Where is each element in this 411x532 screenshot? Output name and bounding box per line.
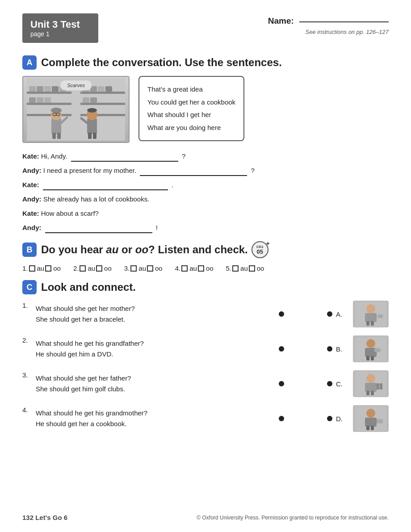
speaker-kate-3: Kate: bbox=[22, 209, 39, 217]
connect-num-2: 2. bbox=[22, 335, 32, 344]
section-b-header: B Do you hear au or oo? Listen and check… bbox=[22, 241, 389, 258]
andy-punct-1: ? bbox=[251, 167, 254, 174]
dot-right-4 bbox=[327, 416, 332, 421]
listen-checks: 1. au oo 2. au oo 3. au oo 4. au oo 5. a bbox=[22, 264, 389, 272]
svg-rect-53 bbox=[366, 391, 369, 395]
section-c: C Look and connect. 1. What should she g… bbox=[22, 280, 389, 432]
connect-num-4: 4. bbox=[22, 405, 32, 414]
connect-num-1: 1. bbox=[22, 301, 32, 309]
kate-punct-1: ? bbox=[182, 152, 185, 160]
name-label: Name: bbox=[268, 16, 294, 25]
check-num-2: 2. bbox=[73, 264, 79, 272]
conv-line-2: Andy: I need a present for my mother. ? bbox=[22, 165, 389, 176]
connect-text-2: What should he get his grandfather? He s… bbox=[36, 338, 275, 360]
svg-rect-42 bbox=[371, 321, 374, 326]
sentence-2: You could get her a cookbook bbox=[147, 96, 235, 109]
unit-page: page 1 bbox=[30, 30, 90, 38]
dot-left-1 bbox=[279, 311, 284, 317]
connect-letter-1: A. bbox=[336, 310, 349, 318]
svg-rect-62 bbox=[377, 419, 383, 423]
check-num-1: 1. bbox=[22, 264, 28, 272]
connect-image-c bbox=[353, 370, 389, 397]
dot-left-4 bbox=[279, 416, 284, 421]
check-box-au-2[interactable] bbox=[80, 265, 86, 272]
svg-rect-48 bbox=[371, 356, 374, 360]
sentences-box: That's a great idea You could get her a … bbox=[138, 76, 244, 141]
img-c bbox=[355, 372, 386, 396]
cd-badge: + CD1 05 bbox=[252, 241, 268, 258]
page: Unit 3 Test page 1 Name: See instruction… bbox=[0, 0, 411, 532]
svg-rect-5 bbox=[80, 103, 125, 105]
sentence-3: What should I get her bbox=[147, 109, 235, 121]
connect-item-2: 2. What should he get his grandfather? H… bbox=[22, 335, 389, 362]
svg-rect-7 bbox=[29, 86, 36, 92]
svg-rect-43 bbox=[377, 314, 383, 318]
svg-rect-56 bbox=[380, 383, 382, 390]
plus-mark: + bbox=[266, 240, 270, 247]
name-underline bbox=[299, 21, 389, 22]
check-box-au-5[interactable] bbox=[232, 265, 239, 272]
section-a-badge: A bbox=[22, 55, 37, 70]
connect-line2-1: She should get her a bracelet. bbox=[36, 314, 275, 325]
conversation-lines: Kate: Hi, Andy. ? Andy: I need a present… bbox=[22, 151, 389, 233]
conv-line-3: Kate: . bbox=[22, 180, 389, 190]
footer-copyright: © Oxford University Press. Permission gr… bbox=[197, 515, 389, 521]
connect-letter-4: D. bbox=[336, 415, 349, 423]
connect-num-3: 3. bbox=[22, 370, 32, 379]
connect-text-1: What should she get her mother? She shou… bbox=[36, 303, 275, 325]
footer-left: 132 Let's Go 6 bbox=[22, 514, 67, 521]
check-box-oo-4[interactable] bbox=[198, 265, 204, 272]
b-title-oo: oo bbox=[135, 243, 148, 256]
svg-point-28 bbox=[51, 108, 62, 113]
instructions: See instructions on pp. 126–127 bbox=[268, 29, 389, 35]
kate-punct-2: . bbox=[172, 181, 173, 189]
svg-rect-31 bbox=[57, 133, 61, 139]
svg-point-34 bbox=[87, 108, 97, 113]
svg-rect-30 bbox=[52, 133, 56, 139]
check-box-au-1[interactable] bbox=[29, 265, 35, 272]
check-box-oo-5[interactable] bbox=[249, 265, 255, 272]
blank-1 bbox=[71, 161, 178, 162]
svg-rect-19 bbox=[83, 97, 89, 103]
check-label-au-5: au bbox=[240, 264, 248, 272]
section-b-title: Do you hear au or oo? Listen and check. bbox=[41, 243, 248, 256]
svg-point-58 bbox=[366, 409, 375, 418]
section-c-header: C Look and connect. bbox=[22, 280, 389, 294]
check-box-oo-1[interactable] bbox=[45, 265, 51, 272]
kate-text-1: Hi, Andy. bbox=[41, 152, 69, 160]
speaker-kate-2: Kate: bbox=[22, 181, 39, 189]
footer-page-num: 132 bbox=[22, 514, 34, 521]
header: Unit 3 Test page 1 Name: See instruction… bbox=[22, 13, 389, 43]
svg-rect-12 bbox=[29, 97, 36, 103]
check-group-4: 4. au oo bbox=[175, 264, 214, 272]
check-num-4: 4. bbox=[175, 264, 181, 272]
connect-line1-1: What should she get her mother? bbox=[36, 303, 275, 314]
check-box-oo-2[interactable] bbox=[96, 265, 102, 272]
speaker-kate-1: Kate: bbox=[22, 152, 39, 160]
check-box-au-4[interactable] bbox=[181, 265, 188, 272]
svg-rect-23 bbox=[51, 118, 61, 134]
check-box-oo-3[interactable] bbox=[147, 265, 153, 272]
dot-left-2 bbox=[279, 346, 284, 352]
svg-rect-20 bbox=[90, 97, 97, 103]
svg-rect-37 bbox=[93, 133, 96, 139]
b-title-au: au bbox=[106, 243, 118, 256]
connect-letter-3: C. bbox=[336, 380, 349, 388]
blank-3 bbox=[43, 189, 168, 190]
conversation-image: Scarves bbox=[22, 76, 130, 143]
connect-letter-2: B. bbox=[336, 345, 349, 353]
shop-illustration: Scarves bbox=[27, 78, 125, 141]
blank-2 bbox=[140, 175, 247, 176]
section-a-title: Complete the conversation. Use the sente… bbox=[41, 56, 282, 69]
sentence-4: What are you doing here bbox=[147, 121, 235, 134]
svg-rect-18 bbox=[105, 86, 112, 92]
check-num-3: 3. bbox=[124, 264, 130, 272]
check-box-au-3[interactable] bbox=[130, 265, 137, 272]
check-group-5: 5. au oo bbox=[226, 264, 264, 272]
svg-rect-32 bbox=[87, 118, 97, 134]
svg-text:Scarves: Scarves bbox=[67, 83, 85, 88]
b-title-part3: ? Listen and check. bbox=[148, 243, 248, 256]
svg-rect-52 bbox=[365, 383, 377, 392]
img-a bbox=[355, 302, 386, 327]
svg-rect-10 bbox=[52, 86, 59, 92]
